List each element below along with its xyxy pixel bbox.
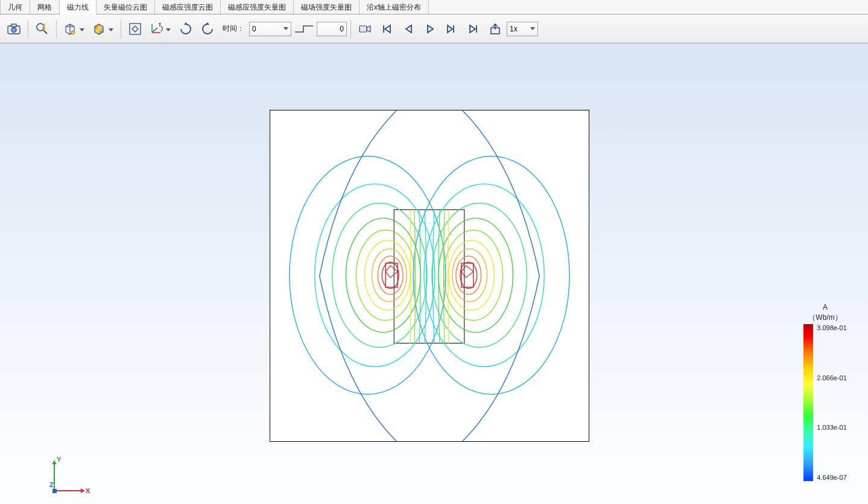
legend-title-1: A bbox=[798, 303, 852, 311]
axis-y-label: Y bbox=[57, 456, 62, 463]
last-frame-button[interactable] bbox=[463, 19, 484, 39]
svg-point-2 bbox=[11, 27, 16, 32]
svg-point-25 bbox=[290, 156, 446, 395]
color-legend: A （Wb/m） 3.098e-01 2.066e-01 1.033e-01 4… bbox=[798, 303, 852, 481]
svg-point-22 bbox=[346, 218, 421, 332]
step-forward-icon bbox=[446, 24, 458, 34]
step-function-icon bbox=[294, 24, 314, 34]
fit-view-button[interactable] bbox=[125, 19, 145, 39]
colorbar-tick: 3.098e-01 bbox=[817, 324, 847, 331]
svg-rect-14 bbox=[394, 209, 464, 343]
record-button[interactable] bbox=[355, 19, 375, 39]
rotate-cw-button[interactable] bbox=[176, 19, 196, 39]
magnifier-lightning-icon bbox=[36, 22, 49, 36]
camera-icon bbox=[7, 24, 21, 34]
svg-line-9 bbox=[152, 28, 157, 33]
prev-frame-button[interactable] bbox=[398, 19, 419, 39]
colorbar-tick: 2.066e-01 bbox=[817, 374, 847, 381]
tab-flux-density-cloud[interactable]: 磁感应强度云图 bbox=[155, 0, 221, 14]
skip-last-icon bbox=[468, 24, 479, 34]
chevron-down-icon bbox=[284, 27, 288, 30]
axis-triad: X Y Z bbox=[49, 456, 92, 498]
cube-wire-icon bbox=[63, 23, 77, 35]
tab-vector-potential[interactable]: 矢量磁位云图 bbox=[97, 0, 155, 14]
svg-point-24 bbox=[315, 184, 435, 367]
colorbar-tick: 4.649e-07 bbox=[817, 474, 847, 481]
svg-marker-37 bbox=[81, 488, 84, 493]
time-value: 0 bbox=[252, 25, 284, 33]
play-reverse-icon bbox=[404, 24, 413, 34]
frame-number-field[interactable]: 0 bbox=[317, 22, 347, 36]
svg-rect-1 bbox=[11, 24, 16, 27]
tab-geometry[interactable]: 几何 bbox=[0, 0, 30, 14]
geometry-display-dropdown[interactable] bbox=[60, 19, 88, 39]
svg-marker-39 bbox=[52, 461, 57, 464]
export-icon bbox=[489, 23, 501, 35]
play-button[interactable] bbox=[420, 19, 440, 39]
svg-rect-35 bbox=[270, 110, 589, 441]
time-dropdown[interactable]: 0 bbox=[249, 22, 291, 36]
axis-x-label: X bbox=[86, 487, 90, 494]
tab-field-strength-vector[interactable]: 磁场强度矢量图 bbox=[294, 0, 360, 14]
colorbar-ticks: 3.098e-01 2.066e-01 1.033e-01 4.649e-07 bbox=[817, 324, 847, 481]
separator bbox=[56, 20, 57, 38]
svg-point-28 bbox=[452, 249, 487, 302]
legend-title-2: （Wb/m） bbox=[798, 313, 852, 323]
skip-first-icon bbox=[381, 24, 392, 34]
colorbar-tick: 1.033e-01 bbox=[817, 424, 847, 431]
auto-update-button[interactable] bbox=[32, 19, 52, 39]
svg-point-33 bbox=[424, 184, 544, 367]
separator bbox=[28, 20, 28, 38]
svg-point-5 bbox=[71, 31, 75, 34]
rotate-cw-icon bbox=[179, 22, 192, 36]
camera-snapshot-button[interactable] bbox=[4, 19, 24, 39]
svg-point-34 bbox=[413, 156, 569, 395]
export-animation-button[interactable] bbox=[485, 19, 505, 39]
svg-text:X: X bbox=[160, 25, 163, 33]
svg-rect-6 bbox=[130, 24, 141, 34]
svg-rect-40 bbox=[52, 489, 57, 493]
next-frame-button[interactable] bbox=[442, 19, 462, 39]
view-tabs: 几何 网格 磁力线 矢量磁位云图 磁感应强度云图 磁感应强度矢量图 磁场强度矢量… bbox=[0, 0, 868, 14]
first-frame-button[interactable] bbox=[376, 19, 397, 39]
frame-number-value: 0 bbox=[320, 25, 344, 33]
play-icon bbox=[425, 24, 435, 34]
boundary-display-dropdown[interactable] bbox=[89, 19, 117, 39]
rotate-ccw-icon bbox=[201, 22, 214, 36]
svg-point-19 bbox=[372, 249, 407, 302]
tab-fieldlines[interactable]: 磁力线 bbox=[60, 0, 97, 14]
view-direction-dropdown[interactable]: YX bbox=[147, 19, 174, 39]
graphics-canvas[interactable]: X Y Z A （Wb/m） 3.098e-01 2.066e-01 1.033… bbox=[0, 43, 868, 504]
contour-plot[interactable] bbox=[270, 110, 589, 442]
axis-z-label: Z bbox=[49, 481, 54, 488]
xyz-axes-icon: YX bbox=[150, 23, 163, 35]
rotate-ccw-button[interactable] bbox=[197, 19, 218, 39]
svg-rect-12 bbox=[360, 26, 367, 32]
fit-icon bbox=[128, 22, 142, 36]
colorbar bbox=[803, 324, 813, 481]
svg-point-31 bbox=[439, 218, 513, 332]
time-label: 时间： bbox=[223, 24, 244, 34]
playback-speed-dropdown[interactable]: 1x bbox=[507, 22, 538, 36]
playback-speed-value: 1x bbox=[510, 25, 530, 33]
chevron-down-icon bbox=[530, 27, 535, 30]
separator bbox=[350, 20, 351, 38]
tab-along-x-axis[interactable]: 沿x轴上磁密分布 bbox=[360, 0, 429, 14]
camcorder-icon bbox=[358, 24, 372, 34]
tab-flux-density-vector[interactable]: 磁感应强度矢量图 bbox=[221, 0, 294, 14]
toolbar: YX 时间： 0 0 1x bbox=[0, 14, 868, 43]
cube-rainbow-icon bbox=[92, 23, 106, 35]
separator bbox=[121, 20, 121, 38]
tab-mesh[interactable]: 网格 bbox=[30, 0, 60, 14]
